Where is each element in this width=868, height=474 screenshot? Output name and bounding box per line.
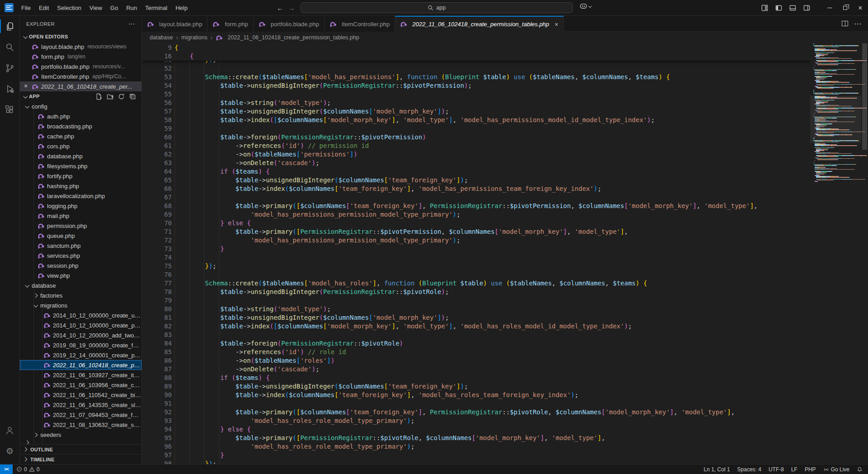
tree-item[interactable]: 2014_10_12_000000_create_users_... — [20, 310, 142, 320]
account-icon[interactable] — [0, 420, 20, 441]
minimap[interactable] — [810, 43, 861, 464]
settings-gear-icon[interactable]: ⚙ — [0, 441, 20, 461]
tree-item[interactable]: 2014_10_12_200000_add_two_fac... — [20, 330, 142, 340]
tree-item[interactable]: queue.php — [20, 231, 142, 241]
explorer-activity-icon[interactable] — [0, 16, 20, 37]
close-window-button[interactable]: × — [853, 0, 868, 16]
editor-tab[interactable]: 2022_11_06_102418_create_permission_tabl… — [395, 16, 564, 32]
close-editor-icon[interactable]: × — [24, 82, 28, 90]
editor-more-actions-icon[interactable]: ··· — [854, 20, 862, 27]
tree-item[interactable]: 2014_10_12_100000_create_pass... — [20, 320, 142, 330]
tree-item[interactable]: view.php — [20, 270, 142, 280]
tree-item[interactable]: laravellocalization.php — [20, 191, 142, 201]
editor-tab[interactable]: ItemController.php — [325, 16, 395, 32]
restore-button[interactable] — [837, 0, 853, 16]
menu-edit[interactable]: Edit — [35, 0, 53, 16]
customize-layout-icon[interactable] — [761, 5, 768, 11]
tree-item[interactable]: database.php — [20, 151, 142, 161]
tree-item[interactable]: 2022_11_07_094453_create_feed... — [20, 410, 142, 420]
editor-tab[interactable]: portfolio.blade.php — [254, 16, 325, 32]
source-control-activity-icon[interactable] — [0, 57, 20, 78]
open-editor-item[interactable]: layout.blade.phpresources/views — [20, 42, 142, 52]
language-mode[interactable]: PHP — [801, 465, 820, 474]
breadcrumb-file[interactable]: 2022_11_06_102418_create_permission_tabl… — [216, 34, 359, 41]
tree-item[interactable]: 2022_11_06_143535_create_slider... — [20, 400, 142, 410]
code-editor[interactable]: 51 });5253 Schema::create($tableNames['m… — [142, 43, 868, 464]
encoding[interactable]: UTF-8 — [765, 465, 788, 474]
tree-item[interactable]: session.php — [20, 261, 142, 270]
open-editor-item[interactable]: ItemController.phpapp/Http/Co... — [20, 71, 142, 81]
tree-folder-seeders[interactable]: seeders — [20, 430, 142, 440]
new-file-icon[interactable] — [95, 93, 102, 100]
search-activity-icon[interactable] — [0, 37, 20, 57]
tree-item[interactable]: permission.php — [20, 221, 142, 231]
tree-item[interactable]: cache.php — [20, 131, 142, 141]
run-debug-activity-icon[interactable] — [0, 78, 20, 99]
cursor-position[interactable]: Ln 1, Col 1 — [700, 465, 734, 474]
menu-go[interactable]: Go — [106, 0, 122, 16]
minimize-button[interactable] — [822, 0, 837, 16]
remote-indicator[interactable]: >< — [0, 465, 13, 474]
tree-item[interactable]: 2019_12_14_000001_create_perso... — [20, 350, 142, 360]
menu-view[interactable]: View — [85, 0, 106, 16]
menu-run[interactable]: Run — [122, 0, 141, 16]
notifications-bell[interactable] — [853, 465, 868, 474]
back-arrow-icon[interactable]: ← — [277, 4, 283, 12]
explorer-more-actions[interactable]: ··· — [129, 21, 135, 27]
tree-item[interactable]: services.php — [20, 251, 142, 261]
minimap-slider[interactable] — [810, 96, 861, 143]
section-outline[interactable]: OUTLINE — [20, 444, 142, 454]
tree-item[interactable]: auth.php — [20, 111, 142, 121]
refresh-icon[interactable] — [118, 93, 125, 100]
menu-selection[interactable]: Selection — [53, 0, 85, 16]
toggle-panel-icon[interactable] — [789, 5, 796, 11]
tree-folder-factories[interactable]: factories — [20, 290, 142, 300]
tree-folder-migrations[interactable]: migrations — [20, 300, 142, 310]
tree-item[interactable]: 2022_11_06_110542_create_bids_t... — [20, 390, 142, 400]
tree-item[interactable]: mail.php — [20, 211, 142, 221]
tree-item[interactable]: 2022_11_08_130632_create_settin... — [20, 420, 142, 430]
tree-item[interactable]: filesystems.php — [20, 161, 142, 171]
section-timeline[interactable]: TIMELINE — [20, 454, 142, 464]
new-folder-icon[interactable] — [107, 93, 113, 100]
tab-close-icon[interactable]: × — [555, 21, 558, 28]
scrollbar-thumb[interactable] — [862, 43, 867, 150]
open-editors-header[interactable]: OPEN EDITORS — [20, 32, 142, 42]
toggle-secondary-sidebar-icon[interactable] — [803, 5, 810, 11]
indentation[interactable]: Spaces: 4 — [734, 465, 765, 474]
eol-sequence[interactable]: LF — [788, 465, 801, 474]
open-editor-item[interactable]: ×2022_11_06_102418_create_per... — [20, 81, 142, 91]
command-center-search[interactable]: app — [301, 2, 573, 13]
tree-folder-config[interactable]: config — [20, 101, 142, 111]
editor-tab[interactable]: form.php — [208, 16, 253, 32]
breadcrumb-item[interactable]: database — [150, 34, 173, 41]
editor-scrollbar[interactable] — [861, 43, 868, 464]
tree-folder-database[interactable]: database — [20, 280, 142, 290]
go-live-button[interactable]: Go Live — [820, 465, 853, 474]
collapse-all-icon[interactable] — [129, 93, 136, 100]
menu-help[interactable]: Help — [171, 0, 192, 16]
open-editor-item[interactable]: portfolio.blade.phpresources/v... — [20, 62, 142, 71]
tree-item[interactable]: fortify.php — [20, 171, 142, 181]
tree-item[interactable]: 2019_08_19_000000_create_faile... — [20, 340, 142, 350]
problems-indicator[interactable]: 0 0 — [13, 465, 43, 474]
tree-item[interactable]: 2022_11_06_103927_create_items... — [20, 370, 142, 380]
tree-item[interactable]: sanctum.php — [20, 241, 142, 251]
copilot-button[interactable] — [580, 3, 591, 9]
tree-item[interactable]: broadcasting.php — [20, 121, 142, 131]
menu-file[interactable]: File — [17, 0, 35, 16]
tree-item[interactable]: cors.php — [20, 141, 142, 151]
workspace-root-header[interactable]: APP — [20, 91, 142, 101]
breadcrumb-item[interactable]: migrations — [181, 34, 208, 41]
editor-tab[interactable]: layout.blade.php — [142, 16, 208, 32]
open-editor-item[interactable]: form.phplang/en — [20, 52, 142, 62]
forward-arrow-icon[interactable]: → — [288, 4, 295, 12]
toggle-primary-sidebar-icon[interactable] — [775, 5, 782, 11]
menu-terminal[interactable]: Terminal — [141, 0, 171, 16]
tree-item[interactable]: 2022_11_06_103956_create_categ... — [20, 380, 142, 390]
tree-item[interactable]: hashing.php — [20, 181, 142, 191]
tree-folder-item[interactable] — [20, 440, 142, 444]
tree-item[interactable]: 2022_11_06_102418_create_permi... — [20, 360, 142, 370]
extensions-activity-icon[interactable] — [0, 99, 20, 120]
split-editor-icon[interactable] — [842, 21, 848, 26]
